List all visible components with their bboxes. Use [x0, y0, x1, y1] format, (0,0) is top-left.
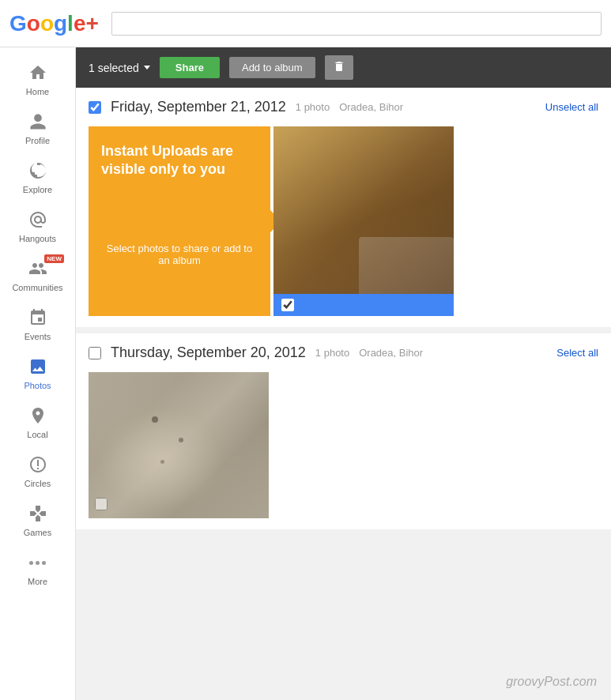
sidebar-item-label: Communities [12, 283, 62, 292]
photo-count-2: 1 photo [315, 347, 349, 359]
sidebar: Home Profile Explore Hangouts NEW [0, 47, 76, 700]
date-group-checkbox-1[interactable] [89, 101, 101, 114]
sidebar-item-photos[interactable]: Photos [0, 348, 75, 397]
events-icon [27, 307, 49, 329]
photos-icon [27, 356, 49, 378]
toolbar: 1 selected Share Add to album [76, 47, 611, 88]
add-to-album-button[interactable]: Add to album [229, 57, 315, 78]
photo-check-bar-1 [273, 294, 454, 316]
info-panel-title: Instant Uploads are visible only to you [101, 142, 258, 179]
more-icon [27, 551, 49, 574]
photos-row-1: Instant Uploads are visible only to you … [89, 126, 598, 316]
sidebar-item-label: Profile [25, 136, 50, 145]
sidebar-item-local[interactable]: Local [0, 397, 75, 446]
hangouts-icon [27, 209, 49, 231]
location-2: Oradea, Bihor [359, 347, 423, 359]
location-1: Oradea, Bihor [339, 101, 403, 113]
select-all-link[interactable]: Select all [556, 347, 598, 359]
sidebar-item-hangouts[interactable]: Hangouts [0, 201, 75, 250]
sidebar-item-circles[interactable]: Circles [0, 446, 75, 495]
sidebar-item-games[interactable]: Games [0, 495, 75, 544]
sidebar-item-events[interactable]: Events [0, 299, 75, 348]
instant-uploads-info-panel: Instant Uploads are visible only to you … [89, 126, 270, 316]
sidebar-item-home[interactable]: Home [0, 54, 75, 103]
sidebar-item-label: Photos [24, 381, 51, 390]
sidebar-item-label: Events [25, 332, 51, 341]
local-icon [27, 405, 49, 427]
date-group-2: Thursday, September 20, 2012 1 photo Ora… [76, 333, 611, 529]
date-group-checkbox-2[interactable] [89, 347, 101, 359]
sidebar-item-label: Local [27, 430, 47, 439]
profile-icon [27, 111, 49, 133]
sidebar-item-label: Hangouts [19, 234, 56, 243]
sidebar-item-communities[interactable]: NEW Communities [0, 250, 75, 299]
sidebar-item-label: Home [26, 87, 49, 96]
google-plus-logo: Google+ [9, 11, 99, 36]
explore-icon [27, 160, 49, 182]
content-area: 1 selected Share Add to album Friday, Se… [76, 47, 611, 700]
date-header-2: Thursday, September 20, 2012 1 photo Ora… [89, 344, 598, 361]
share-button[interactable]: Share [160, 57, 220, 78]
date-group-1: Friday, September 21, 2012 1 photo Orade… [76, 88, 611, 327]
photo-check-overlay-2 [95, 498, 107, 514]
selected-count-label: 1 selected [89, 62, 150, 74]
sidebar-item-label: Circles [25, 479, 51, 488]
sidebar-item-label: Explore [23, 185, 52, 194]
games-icon [27, 502, 49, 525]
trash-icon [333, 60, 345, 73]
delete-button[interactable] [325, 55, 353, 80]
photo-checkbox-2[interactable] [95, 498, 107, 510]
sidebar-item-profile[interactable]: Profile [0, 103, 75, 152]
info-panel-desc: Select photos to share or add to an albu… [101, 243, 258, 266]
date-header-1: Friday, September 21, 2012 1 photo Orade… [89, 99, 598, 115]
unselect-all-link[interactable]: Unselect all [545, 101, 598, 113]
sidebar-item-explore[interactable]: Explore [0, 152, 75, 201]
home-icon [27, 62, 49, 84]
search-input[interactable] [111, 12, 602, 36]
sidebar-item-label: Games [24, 528, 51, 537]
photo-checkbox-1[interactable] [281, 299, 294, 311]
photo-count-1: 1 photo [296, 101, 330, 113]
new-badge: NEW [44, 254, 64, 263]
main-layout: Home Profile Explore Hangouts NEW [0, 47, 611, 700]
header: Google+ [0, 0, 611, 47]
date-title-1: Friday, September 21, 2012 [111, 99, 286, 115]
chevron-down-icon[interactable] [144, 66, 150, 70]
circles-icon [27, 453, 49, 476]
sidebar-item-more[interactable]: More [0, 544, 75, 593]
photo-thumb-2[interactable] [89, 372, 269, 518]
sidebar-item-label: More [28, 577, 47, 586]
date-title-2: Thursday, September 20, 2012 [111, 344, 306, 361]
photo-thumb-1[interactable] [273, 126, 454, 316]
photos-row-2 [89, 372, 598, 518]
